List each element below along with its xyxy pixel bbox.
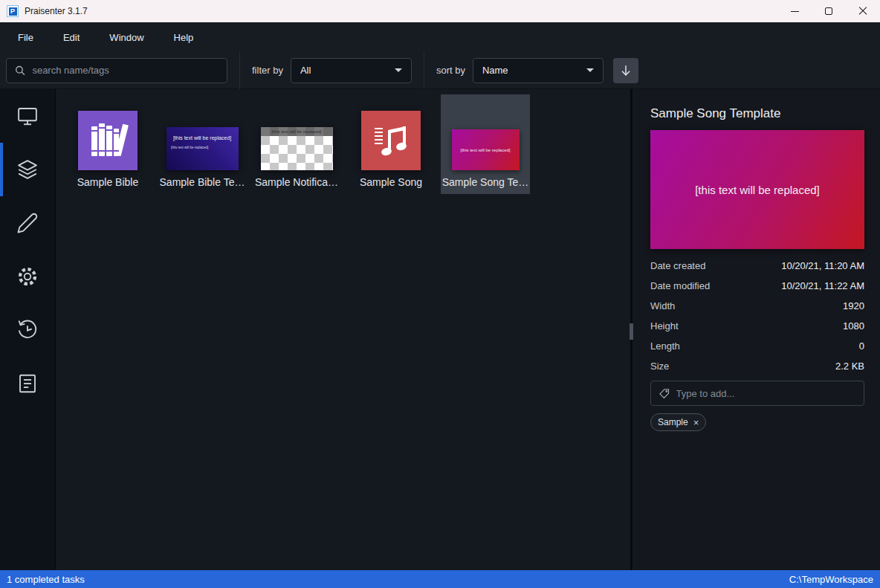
gear-icon xyxy=(16,265,39,288)
property-value: 10/20/21, 11:22 AM xyxy=(781,280,864,291)
library-item-sample-bible[interactable]: Sample Bible xyxy=(63,94,152,194)
tag-icon xyxy=(659,387,670,400)
property-value: 0 xyxy=(859,340,864,352)
history-icon xyxy=(16,319,39,341)
library-item-label: Sample Song xyxy=(360,170,422,194)
toolbar-divider xyxy=(239,52,240,89)
maximize-icon xyxy=(825,7,832,15)
property-value: 10/20/21, 11:20 AM xyxy=(781,260,864,271)
splitter-handle[interactable] xyxy=(630,323,633,340)
layers-icon xyxy=(16,158,39,181)
template-placeholder-text: [this text will be replaced] xyxy=(166,135,239,140)
property-label: Height xyxy=(650,320,679,332)
preview-placeholder-text: [this text will be replaced] xyxy=(695,184,820,196)
property-value: 2.2 KB xyxy=(835,361,864,372)
sidebar-item-history[interactable] xyxy=(0,303,55,357)
tag-chip-sample[interactable]: Sample × xyxy=(650,413,706,431)
library-item-sample-bible-template[interactable]: [this text will be replaced] [this text … xyxy=(158,94,247,194)
chevron-down-icon xyxy=(586,68,594,72)
notification-text-band: [this text will be replaced] xyxy=(261,127,333,136)
property-row-size: Size 2.2 KB xyxy=(650,356,864,376)
library-item-sample-song[interactable]: Sample Song xyxy=(346,94,436,194)
search-icon xyxy=(14,64,26,77)
library-item-sample-notification[interactable]: [this text will be replaced] Sample Noti… xyxy=(252,94,341,194)
song-template-thumbnail: [this text will be replaced] xyxy=(452,129,520,170)
menu-window[interactable]: Window xyxy=(99,22,154,52)
sort-by-label: sort by xyxy=(436,65,465,76)
maximize-button[interactable] xyxy=(812,0,846,22)
search-box[interactable] xyxy=(6,58,227,83)
library-content: Sample Bible [this text will be replaced… xyxy=(56,89,630,570)
sidebar-item-settings[interactable] xyxy=(0,250,55,303)
menu-help[interactable]: Help xyxy=(164,22,204,52)
sidebar xyxy=(0,89,56,570)
property-label: Length xyxy=(650,340,680,352)
toolbar-divider-2 xyxy=(424,52,424,89)
library-item-sample-song-template[interactable]: [this text will be replaced] Sample Song… xyxy=(441,94,530,194)
filter-dropdown[interactable]: All xyxy=(291,58,412,83)
library-item-label: Sample Song Te… xyxy=(442,170,528,194)
chevron-down-icon xyxy=(395,68,402,72)
properties-list: Date created 10/20/21, 11:20 AM Date mod… xyxy=(650,256,864,376)
titlebar: P Praisenter 3.1.7 xyxy=(0,0,880,22)
tag-chip-label: Sample xyxy=(658,417,688,427)
template-preview: [this text will be replaced] xyxy=(650,130,864,249)
library-item-label: Sample Notifica… xyxy=(255,170,338,194)
monitor-icon xyxy=(16,105,39,127)
property-row-date-modified: Date modified 10/20/21, 11:22 AM xyxy=(650,276,864,296)
tag-input-box[interactable] xyxy=(650,381,864,406)
search-input[interactable] xyxy=(32,65,219,76)
pencil-icon xyxy=(16,212,39,234)
library-item-label: Sample Bible xyxy=(77,170,139,194)
property-value: 1080 xyxy=(843,320,864,332)
sort-dropdown-value: Name xyxy=(482,65,508,76)
tag-input[interactable] xyxy=(676,388,857,399)
property-label: Date created xyxy=(650,260,705,271)
status-tasks: 1 completed tasks xyxy=(7,574,85,585)
status-workspace-path: C:\TempWorkspace xyxy=(789,574,873,585)
property-row-date-created: Date created 10/20/21, 11:20 AM xyxy=(650,256,864,276)
sidebar-item-present[interactable] xyxy=(0,89,55,143)
close-icon xyxy=(858,7,867,16)
sort-direction-button[interactable] xyxy=(613,58,638,83)
property-row-height: Height 1080 xyxy=(650,316,864,336)
sort-dropdown[interactable]: Name xyxy=(473,58,604,83)
sidebar-item-logs[interactable] xyxy=(0,357,55,410)
property-label: Width xyxy=(650,300,675,311)
song-thumbnail xyxy=(361,111,421,170)
library-item-label: Sample Bible Te… xyxy=(160,170,245,194)
panel-splitter[interactable] xyxy=(630,89,632,570)
library-grid: Sample Bible [this text will be replaced… xyxy=(56,89,630,194)
property-label: Date modified xyxy=(650,280,710,291)
filter-by-label: filter by xyxy=(252,65,283,76)
sidebar-item-edit[interactable] xyxy=(0,196,55,250)
minimize-button[interactable] xyxy=(777,0,812,22)
property-label: Size xyxy=(650,361,669,372)
minimize-icon xyxy=(791,11,799,12)
document-icon xyxy=(16,372,39,395)
bible-thumbnail xyxy=(78,111,138,170)
tag-chips: Sample × xyxy=(650,413,864,431)
window-title: Praisenter 3.1.7 xyxy=(25,6,88,16)
notification-thumbnail: [this text will be replaced] xyxy=(261,127,333,170)
main-body: Sample Bible [this text will be replaced… xyxy=(0,89,880,570)
app-icon: P xyxy=(7,5,19,17)
property-row-length: Length 0 xyxy=(650,336,864,356)
template-placeholder-text: [this text will be replaced] xyxy=(271,129,321,134)
menu-file[interactable]: File xyxy=(7,22,44,52)
music-note-icon xyxy=(370,120,412,161)
menubar: File Edit Window Help xyxy=(0,22,880,52)
property-row-width: Width 1920 xyxy=(650,296,864,316)
filter-dropdown-value: All xyxy=(300,65,311,76)
remove-tag-icon[interactable]: × xyxy=(693,418,699,427)
books-icon xyxy=(87,120,129,161)
sidebar-item-library[interactable] xyxy=(0,143,55,196)
arrow-down-icon xyxy=(618,63,633,78)
statusbar: 1 completed tasks C:\TempWorkspace xyxy=(0,570,880,588)
details-panel: Sample Song Template [this text will be … xyxy=(632,89,880,570)
details-title: Sample Song Template xyxy=(650,106,864,121)
close-button[interactable] xyxy=(846,0,880,22)
toolbar: filter by All sort by Name xyxy=(0,52,880,89)
bible-template-thumbnail: [this text will be replaced] [this text … xyxy=(166,127,239,170)
menu-edit[interactable]: Edit xyxy=(53,22,90,52)
